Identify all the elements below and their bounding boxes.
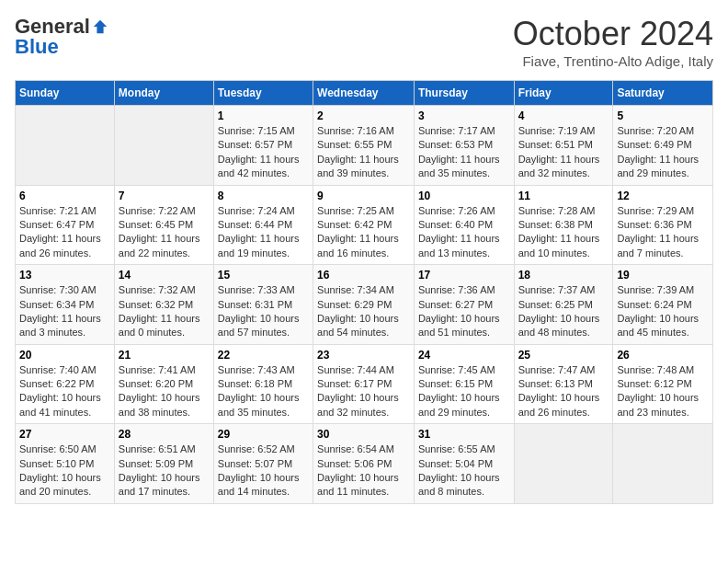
day-info: Sunrise: 7:22 AMSunset: 6:45 PMDaylight:… bbox=[119, 204, 210, 261]
day-number: 2 bbox=[317, 109, 410, 122]
day-info: Sunrise: 7:15 AMSunset: 6:57 PMDaylight:… bbox=[218, 124, 309, 181]
day-info: Sunrise: 7:47 AMSunset: 6:13 PMDaylight:… bbox=[518, 363, 609, 420]
day-info: Sunrise: 7:43 AMSunset: 6:18 PMDaylight:… bbox=[218, 363, 309, 420]
calendar-cell: 24Sunrise: 7:45 AMSunset: 6:15 PMDayligh… bbox=[414, 344, 514, 424]
calendar-cell: 12Sunrise: 7:29 AMSunset: 6:36 PMDayligh… bbox=[613, 185, 713, 265]
calendar-week-row: 27Sunrise: 6:50 AMSunset: 5:10 PMDayligh… bbox=[16, 424, 713, 504]
day-number: 27 bbox=[19, 428, 110, 441]
calendar-cell: 17Sunrise: 7:36 AMSunset: 6:27 PMDayligh… bbox=[414, 265, 514, 345]
calendar-cell: 21Sunrise: 7:41 AMSunset: 6:20 PMDayligh… bbox=[114, 344, 213, 424]
calendar-cell: 10Sunrise: 7:26 AMSunset: 6:40 PMDayligh… bbox=[414, 185, 514, 265]
day-number: 21 bbox=[119, 349, 210, 362]
weekday-header-saturday: Saturday bbox=[613, 81, 713, 106]
page-header: General Blue October 2024 Fiave, Trentin… bbox=[15, 15, 713, 69]
calendar-week-row: 1Sunrise: 7:15 AMSunset: 6:57 PMDaylight… bbox=[16, 106, 713, 186]
day-info: Sunrise: 7:19 AMSunset: 6:51 PMDaylight:… bbox=[518, 124, 609, 181]
weekday-header-tuesday: Tuesday bbox=[213, 81, 313, 106]
day-info: Sunrise: 7:41 AMSunset: 6:20 PMDaylight:… bbox=[119, 363, 210, 420]
weekday-header-wednesday: Wednesday bbox=[313, 81, 415, 106]
day-number: 26 bbox=[617, 349, 709, 362]
day-number: 9 bbox=[317, 190, 410, 202]
day-number: 11 bbox=[518, 190, 609, 202]
svg-marker-0 bbox=[94, 20, 107, 33]
day-info: Sunrise: 7:21 AMSunset: 6:47 PMDaylight:… bbox=[19, 204, 110, 261]
weekday-header-monday: Monday bbox=[114, 81, 213, 106]
day-number: 24 bbox=[418, 349, 510, 362]
calendar-cell: 6Sunrise: 7:21 AMSunset: 6:47 PMDaylight… bbox=[16, 185, 115, 265]
calendar-cell: 4Sunrise: 7:19 AMSunset: 6:51 PMDaylight… bbox=[514, 106, 613, 186]
day-info: Sunrise: 7:34 AMSunset: 6:29 PMDaylight:… bbox=[317, 283, 410, 340]
calendar-cell: 18Sunrise: 7:37 AMSunset: 6:25 PMDayligh… bbox=[514, 265, 613, 345]
day-number: 19 bbox=[617, 269, 709, 282]
calendar-cell: 22Sunrise: 7:43 AMSunset: 6:18 PMDayligh… bbox=[213, 344, 313, 424]
day-number: 13 bbox=[19, 269, 110, 282]
day-info: Sunrise: 7:28 AMSunset: 6:38 PMDaylight:… bbox=[518, 204, 609, 261]
weekday-header-thursday: Thursday bbox=[414, 81, 514, 106]
day-number: 15 bbox=[218, 269, 309, 282]
day-number: 25 bbox=[518, 349, 609, 362]
calendar-cell: 29Sunrise: 6:52 AMSunset: 5:07 PMDayligh… bbox=[213, 424, 313, 504]
calendar-week-row: 6Sunrise: 7:21 AMSunset: 6:47 PMDaylight… bbox=[16, 185, 713, 265]
day-number: 22 bbox=[218, 349, 309, 362]
day-info: Sunrise: 7:25 AMSunset: 6:42 PMDaylight:… bbox=[317, 204, 410, 261]
day-info: Sunrise: 7:26 AMSunset: 6:40 PMDaylight:… bbox=[418, 204, 510, 261]
day-number: 23 bbox=[317, 349, 410, 362]
day-number: 31 bbox=[418, 428, 510, 441]
calendar-cell: 14Sunrise: 7:32 AMSunset: 6:32 PMDayligh… bbox=[114, 265, 213, 345]
day-info: Sunrise: 7:29 AMSunset: 6:36 PMDaylight:… bbox=[617, 204, 709, 261]
day-info: Sunrise: 7:48 AMSunset: 6:12 PMDaylight:… bbox=[617, 363, 709, 420]
calendar-body: 1Sunrise: 7:15 AMSunset: 6:57 PMDaylight… bbox=[16, 106, 713, 504]
location-subtitle: Fiave, Trentino-Alto Adige, Italy bbox=[513, 53, 713, 69]
calendar-cell: 1Sunrise: 7:15 AMSunset: 6:57 PMDaylight… bbox=[213, 106, 313, 186]
day-number: 5 bbox=[617, 109, 709, 122]
calendar-week-row: 20Sunrise: 7:40 AMSunset: 6:22 PMDayligh… bbox=[16, 344, 713, 424]
calendar-cell: 31Sunrise: 6:55 AMSunset: 5:04 PMDayligh… bbox=[414, 424, 514, 504]
day-info: Sunrise: 6:52 AMSunset: 5:07 PMDaylight:… bbox=[218, 442, 309, 500]
calendar-cell: 19Sunrise: 7:39 AMSunset: 6:24 PMDayligh… bbox=[613, 265, 713, 345]
day-number: 28 bbox=[119, 428, 210, 441]
day-info: Sunrise: 7:20 AMSunset: 6:49 PMDaylight:… bbox=[617, 124, 709, 181]
day-info: Sunrise: 6:55 AMSunset: 5:04 PMDaylight:… bbox=[418, 442, 510, 500]
day-info: Sunrise: 7:39 AMSunset: 6:24 PMDaylight:… bbox=[617, 283, 709, 340]
calendar-cell bbox=[16, 106, 115, 186]
day-info: Sunrise: 7:33 AMSunset: 6:31 PMDaylight:… bbox=[218, 283, 309, 340]
day-number: 10 bbox=[418, 190, 510, 202]
day-number: 7 bbox=[119, 190, 210, 202]
calendar-week-row: 13Sunrise: 7:30 AMSunset: 6:34 PMDayligh… bbox=[16, 265, 713, 345]
weekday-header-row: SundayMondayTuesdayWednesdayThursdayFrid… bbox=[16, 81, 713, 106]
calendar-cell: 30Sunrise: 6:54 AMSunset: 5:06 PMDayligh… bbox=[313, 424, 415, 504]
day-info: Sunrise: 7:17 AMSunset: 6:53 PMDaylight:… bbox=[418, 124, 510, 181]
calendar-cell: 16Sunrise: 7:34 AMSunset: 6:29 PMDayligh… bbox=[313, 265, 415, 345]
calendar-header: SundayMondayTuesdayWednesdayThursdayFrid… bbox=[16, 81, 713, 106]
logo-icon bbox=[92, 18, 108, 35]
day-info: Sunrise: 6:54 AMSunset: 5:06 PMDaylight:… bbox=[317, 442, 410, 500]
calendar-cell bbox=[613, 424, 713, 504]
day-number: 6 bbox=[19, 190, 110, 202]
calendar-cell: 5Sunrise: 7:20 AMSunset: 6:49 PMDaylight… bbox=[613, 106, 713, 186]
calendar-cell bbox=[114, 106, 213, 186]
calendar-cell: 25Sunrise: 7:47 AMSunset: 6:13 PMDayligh… bbox=[514, 344, 613, 424]
day-number: 29 bbox=[218, 428, 309, 441]
weekday-header-sunday: Sunday bbox=[16, 81, 115, 106]
calendar-cell: 13Sunrise: 7:30 AMSunset: 6:34 PMDayligh… bbox=[16, 265, 115, 345]
day-number: 18 bbox=[518, 269, 609, 282]
logo: General Blue bbox=[15, 15, 108, 59]
day-info: Sunrise: 7:44 AMSunset: 6:17 PMDaylight:… bbox=[317, 363, 410, 420]
month-title: October 2024 bbox=[513, 15, 713, 53]
calendar-cell: 27Sunrise: 6:50 AMSunset: 5:10 PMDayligh… bbox=[16, 424, 115, 504]
day-number: 1 bbox=[218, 109, 309, 122]
day-number: 16 bbox=[317, 269, 410, 282]
day-number: 17 bbox=[418, 269, 510, 282]
calendar-cell: 9Sunrise: 7:25 AMSunset: 6:42 PMDaylight… bbox=[313, 185, 415, 265]
day-number: 30 bbox=[317, 428, 410, 441]
weekday-header-friday: Friday bbox=[514, 81, 613, 106]
day-info: Sunrise: 7:32 AMSunset: 6:32 PMDaylight:… bbox=[119, 283, 210, 340]
day-info: Sunrise: 7:16 AMSunset: 6:55 PMDaylight:… bbox=[317, 124, 410, 181]
calendar-cell bbox=[514, 424, 613, 504]
logo-blue-text: Blue bbox=[15, 35, 59, 58]
day-info: Sunrise: 7:40 AMSunset: 6:22 PMDaylight:… bbox=[19, 363, 110, 420]
day-info: Sunrise: 7:45 AMSunset: 6:15 PMDaylight:… bbox=[418, 363, 510, 420]
calendar-cell: 28Sunrise: 6:51 AMSunset: 5:09 PMDayligh… bbox=[114, 424, 213, 504]
day-number: 4 bbox=[518, 109, 609, 122]
day-number: 8 bbox=[218, 190, 309, 202]
